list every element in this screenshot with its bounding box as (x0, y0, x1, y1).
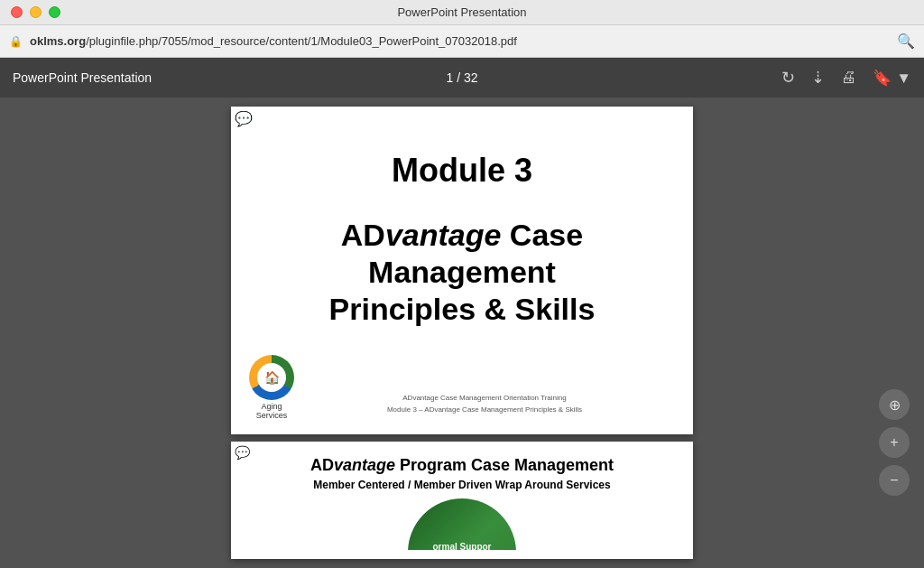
footer-line2: Module 3 – ADvantage Case Management Pri… (294, 405, 675, 416)
fit-page-button[interactable]: ⊕ (879, 389, 910, 420)
footer-line1: ADvantage Case Management Orientation Tr… (294, 393, 675, 405)
main-title-prefix: AD (341, 218, 385, 252)
maximize-button[interactable] (49, 6, 60, 18)
zoom-out-icon: − (890, 472, 898, 489)
slide-logo: 🏠 Aging Services (249, 355, 294, 420)
logo-house-icon: 🏠 (264, 370, 280, 385)
slide-2-subtitle: Member Centered / Member Driven Wrap Aro… (313, 479, 610, 491)
minimize-button[interactable] (30, 6, 42, 18)
slide2-title-italic: vantage (334, 456, 395, 474)
zoom-controls: ⊕ + − (879, 389, 910, 496)
pdf-title: PowerPoint Presentation (13, 70, 781, 85)
slide-footer: 🏠 Aging Services ADvantage Case Manageme… (231, 355, 693, 420)
download-icon[interactable]: ⇣ (811, 68, 825, 88)
slide-2: 💬 ADvantage Program Case Management Memb… (231, 442, 693, 559)
slide-2-content: 💬 ADvantage Program Case Management Memb… (231, 442, 693, 559)
logo-label-line2: Services (256, 411, 288, 420)
slide-1-content: 💬 Module 3 ADvantage CaseManagementPrinc… (231, 107, 693, 434)
url-path: /pluginfile.php/7055/mod_resource/conten… (86, 34, 517, 48)
slide-2-title: ADvantage Program Case Management (310, 456, 614, 475)
comment-icon-slide1: 💬 (235, 110, 253, 127)
slide2-title-suffix: Program Case Management (395, 456, 614, 474)
slide-main-title: ADvantage CaseManagementPrinciples & Ski… (329, 217, 596, 327)
window-title: PowerPoint Presentation (397, 5, 526, 19)
pdf-toolbar-controls: ↻ ⇣ 🖨 🔖 ▼ (781, 68, 911, 88)
close-button[interactable] (11, 6, 23, 18)
fit-page-icon: ⊕ (889, 396, 901, 414)
slide-module-title: Module 3 (392, 152, 532, 190)
traffic-lights (11, 6, 60, 18)
circle-graphic: ormal Suppor al Su (408, 498, 516, 550)
big-circle: ormal Suppor al Su (408, 498, 516, 550)
url-display[interactable]: oklms.org/pluginfile.php/7055/mod_resour… (30, 34, 890, 48)
search-icon[interactable]: 🔍 (897, 33, 915, 50)
comment-icon-slide2: 💬 (235, 445, 250, 460)
logo-inner: 🏠 (257, 363, 286, 392)
logo-label-line1: Aging (256, 402, 288, 411)
title-bar: PowerPoint Presentation (0, 0, 924, 25)
circle-text: ormal Suppor al Su (432, 541, 491, 550)
address-bar: 🔒 oklms.org/pluginfile.php/7055/mod_reso… (0, 25, 924, 58)
main-content: 💬 Module 3 ADvantage CaseManagementPrinc… (0, 98, 924, 568)
url-domain: oklms.org (30, 34, 86, 48)
slide-1: 💬 Module 3 ADvantage CaseManagementPrinc… (231, 107, 693, 434)
main-title-italic: vantage (385, 218, 502, 252)
logo-label: Aging Services (256, 402, 288, 420)
lock-icon: 🔒 (9, 35, 23, 48)
circle-text-line1: ormal Suppor (432, 541, 491, 550)
pdf-toolbar: PowerPoint Presentation 1 / 32 ↻ ⇣ 🖨 🔖 ▼ (0, 58, 924, 98)
logo-circle: 🏠 (249, 355, 294, 400)
zoom-in-button[interactable]: + (879, 427, 910, 458)
page-indicator: 1 / 32 (446, 70, 477, 85)
print-icon[interactable]: 🖨 (841, 69, 856, 87)
zoom-out-button[interactable]: − (879, 465, 910, 496)
zoom-in-icon: + (890, 434, 898, 451)
slide-footer-text: ADvantage Case Management Orientation Tr… (294, 393, 675, 420)
slides-area[interactable]: 💬 Module 3 ADvantage CaseManagementPrinc… (0, 98, 924, 568)
bookmark-icon[interactable]: 🔖 ▼ (873, 69, 911, 88)
reload-icon[interactable]: ↻ (781, 68, 795, 88)
slide2-title-prefix: AD (310, 456, 334, 474)
